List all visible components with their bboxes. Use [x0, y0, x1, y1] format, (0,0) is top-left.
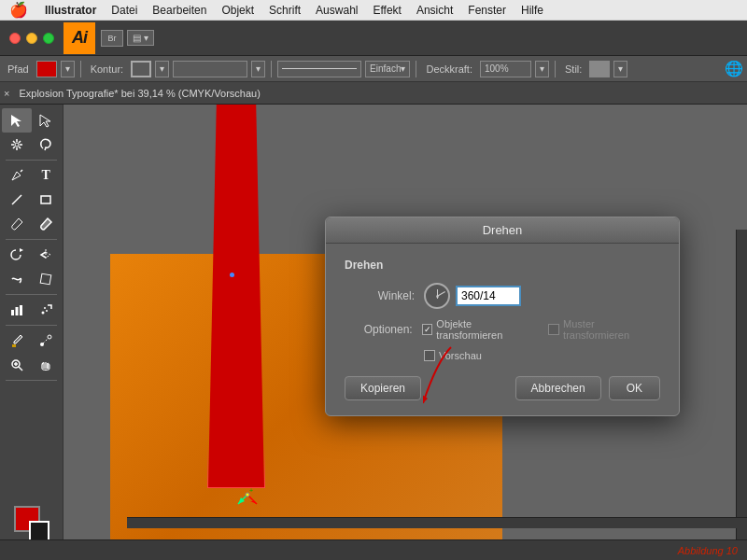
- objekte-checkbox[interactable]: [422, 324, 433, 335]
- stroke-style-display[interactable]: [277, 61, 361, 77]
- color-squares: [14, 506, 49, 541]
- tab-close-button[interactable]: ×: [0, 88, 13, 99]
- svg-point-0: [15, 143, 19, 147]
- blob-brush-tool[interactable]: [32, 212, 62, 236]
- menu-hilfe[interactable]: Hilfe: [514, 0, 551, 21]
- kopieren-button[interactable]: Kopieren: [345, 376, 421, 400]
- tab-title[interactable]: Explosion Typografie* bei 39,14 % (CMYK/…: [13, 88, 747, 99]
- graph-tool[interactable]: [2, 298, 32, 322]
- warp-tool[interactable]: [2, 267, 32, 291]
- lasso-tool[interactable]: [32, 133, 62, 157]
- line-tool[interactable]: [2, 188, 32, 212]
- menu-ansicht[interactable]: Ansicht: [409, 0, 460, 21]
- reflect-tool[interactable]: [32, 243, 62, 267]
- tool-sep-5: [6, 380, 57, 381]
- menu-schrift[interactable]: Schrift: [261, 0, 308, 21]
- menu-illustrator[interactable]: Illustrator: [37, 0, 104, 21]
- opacity-input[interactable]: 100%: [480, 61, 531, 77]
- dialog-title: Drehen: [483, 223, 523, 237]
- stil-dropdown[interactable]: ▾: [613, 61, 627, 77]
- annotation-arrow: [423, 338, 479, 413]
- tool-row-6: [2, 243, 61, 267]
- stroke-style-dropdown[interactable]: Einfach▾: [365, 61, 410, 77]
- type-tool[interactable]: T: [32, 163, 62, 188]
- kontur-swatch[interactable]: [131, 61, 151, 77]
- svg-line-2: [12, 195, 21, 204]
- angle-line-v: [437, 289, 438, 299]
- maximize-button[interactable]: [43, 33, 54, 44]
- zoom-tool[interactable]: [2, 353, 32, 377]
- svg-point-15: [48, 335, 51, 339]
- direct-select-tool[interactable]: [32, 108, 62, 133]
- tool-sep-3: [6, 294, 57, 295]
- svg-point-12: [44, 307, 46, 309]
- opacity-dropdown[interactable]: ▾: [535, 61, 549, 77]
- svg-rect-13: [12, 344, 16, 347]
- stroke-width-input[interactable]: [173, 61, 247, 77]
- blend-tool[interactable]: [32, 329, 62, 353]
- separator1: [80, 61, 81, 77]
- select-tool[interactable]: [2, 108, 32, 133]
- layout-button[interactable]: ▤ ▾: [127, 30, 154, 46]
- angle-icon: [424, 283, 450, 309]
- menu-bearbeiten[interactable]: Bearbeiten: [145, 0, 214, 21]
- menu-effekt[interactable]: Effekt: [365, 0, 408, 21]
- winkel-input[interactable]: [456, 286, 521, 306]
- stil-swatch[interactable]: [589, 61, 610, 77]
- pen-tool[interactable]: [2, 163, 32, 188]
- transform-handle: +: [233, 481, 261, 511]
- abbrechen-button[interactable]: Abbrechen: [515, 376, 601, 400]
- stroke-color[interactable]: [29, 521, 49, 541]
- global-settings[interactable]: 🌐: [725, 60, 743, 77]
- symbol-sprayer-tool[interactable]: [32, 298, 62, 322]
- vertical-scrollbar[interactable]: [736, 230, 747, 549]
- stroke-width-dropdown[interactable]: ▾: [251, 61, 265, 77]
- winkel-label: Winkel:: [345, 289, 415, 302]
- svg-point-10: [42, 312, 45, 315]
- kontur-dropdown[interactable]: ▾: [155, 61, 169, 77]
- dialog-btn-group: Abbrechen OK: [515, 376, 660, 400]
- muster-checkbox[interactable]: [548, 324, 559, 335]
- brush-tool[interactable]: [2, 212, 32, 236]
- menu-objekt[interactable]: Objekt: [214, 0, 261, 21]
- svg-rect-8: [15, 307, 18, 315]
- winkel-row: Winkel:: [345, 283, 660, 309]
- vorschau-row: Vorschau: [345, 350, 660, 361]
- fill-dropdown[interactable]: ▾: [61, 61, 75, 77]
- muster-checkbox-item[interactable]: Muster transformieren: [548, 318, 660, 341]
- apple-menu[interactable]: 🍎: [0, 1, 37, 19]
- eyedropper-tool[interactable]: [2, 329, 32, 353]
- minimize-button[interactable]: [26, 33, 37, 44]
- free-transform-tool[interactable]: [32, 267, 62, 291]
- svg-rect-3: [41, 196, 50, 203]
- svg-line-1: [21, 170, 22, 172]
- menu-auswahl[interactable]: Auswahl: [308, 0, 365, 21]
- separator2: [271, 61, 272, 77]
- horizontal-scrollbar[interactable]: [127, 517, 747, 528]
- stil-label: Stil:: [561, 63, 585, 75]
- traffic-lights: [0, 33, 63, 44]
- rotate-tool[interactable]: [2, 243, 32, 267]
- ok-button[interactable]: OK: [609, 376, 660, 400]
- menu-datei[interactable]: Datei: [104, 0, 145, 21]
- rect-tool[interactable]: [32, 188, 62, 212]
- left-toolbar: T: [0, 105, 63, 560]
- tool-sep-1: [6, 160, 57, 161]
- menu-fenster[interactable]: Fenster: [460, 0, 514, 21]
- tool-row-5: [2, 212, 61, 236]
- canvas-area[interactable]: + Drehen Drehen Winkel:: [63, 105, 747, 549]
- svg-marker-4: [20, 248, 23, 252]
- optionen-row: Optionen: Objekte transformieren Muster …: [345, 318, 660, 341]
- magic-wand-tool[interactable]: [2, 133, 32, 157]
- tool-row-2: [2, 133, 61, 157]
- svg-point-11: [46, 310, 48, 312]
- tool-row-4: [2, 188, 61, 212]
- tool-row-7: [2, 267, 61, 291]
- br-button[interactable]: Br: [101, 30, 123, 47]
- tool-sep-2: [6, 239, 57, 240]
- hand-tool[interactable]: [32, 353, 62, 377]
- fill-color-swatch[interactable]: [36, 61, 57, 77]
- control-toolbar: Pfad ▾ Kontur: ▾ ▾ Einfach▾ Deckkraft: 1…: [0, 56, 747, 82]
- close-button[interactable]: [9, 33, 21, 44]
- menubar: 🍎 Illustrator Datei Bearbeiten Objekt Sc…: [0, 0, 747, 21]
